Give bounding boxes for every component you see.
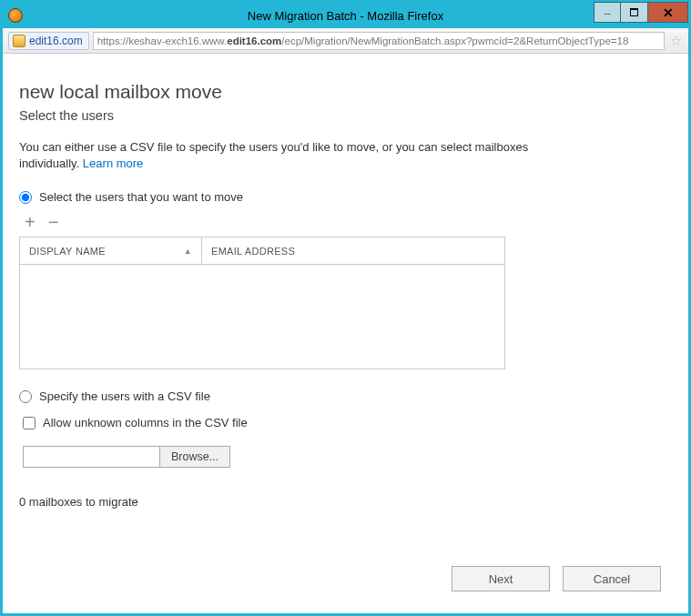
site-favicon-icon — [13, 35, 25, 47]
migration-count-status: 0 mailboxes to migrate — [19, 495, 672, 509]
address-bar: edit16.com https://keshav-exch16.www.edi… — [3, 28, 688, 54]
remove-icon[interactable]: − — [48, 213, 59, 231]
radio-csv[interactable] — [19, 390, 32, 403]
column-email-address[interactable]: EMAIL ADDRESS — [202, 237, 504, 264]
sort-asc-icon: ▲ — [184, 247, 192, 256]
cancel-button[interactable]: Cancel — [563, 566, 661, 591]
grid-header: DISPLAY NAME ▲ EMAIL ADDRESS — [20, 237, 504, 265]
browse-button[interactable]: Browse... — [159, 446, 230, 468]
site-identity-label: edit16.com — [29, 35, 83, 47]
column-display-name[interactable]: DISPLAY NAME ▲ — [20, 237, 202, 264]
site-identity-badge[interactable]: edit16.com — [8, 32, 89, 50]
bookmark-star-icon[interactable]: ☆ — [668, 33, 683, 49]
url-prefix: https://keshav-exch16.www. — [97, 35, 228, 46]
column-display-name-label: DISPLAY NAME — [29, 246, 106, 257]
maximize-button[interactable] — [621, 2, 648, 23]
column-email-label: EMAIL ADDRESS — [211, 246, 295, 257]
radio-csv-label: Specify the users with a CSV file — [39, 389, 210, 403]
minimize-button[interactable]: _ — [594, 2, 621, 23]
add-icon[interactable]: + — [25, 213, 36, 231]
url-path: /ecp/Migration/NewMigrationBatch.aspx?pw… — [281, 35, 628, 46]
allow-unknown-row[interactable]: Allow unknown columns in the CSV file — [23, 416, 672, 429]
radio-select-users-label: Select the users that you want to move — [39, 190, 243, 204]
window-buttons: _ ✕ — [594, 2, 688, 23]
wizard-footer: Next Cancel — [452, 566, 661, 591]
checkbox-allow-unknown[interactable] — [23, 417, 36, 429]
option-csv[interactable]: Specify the users with a CSV file — [19, 389, 672, 403]
file-picker-row: Browse... — [23, 446, 672, 468]
url-domain: edit16.com — [227, 35, 281, 46]
page-title: new local mailbox move — [19, 81, 672, 103]
firefox-icon — [8, 8, 23, 23]
page-subtitle: Select the users — [19, 108, 672, 123]
csv-section: Specify the users with a CSV file Allow … — [19, 389, 672, 468]
file-path-input[interactable] — [23, 446, 159, 468]
learn-more-link[interactable]: Learn more — [83, 157, 143, 170]
users-grid: DISPLAY NAME ▲ EMAIL ADDRESS — [19, 237, 505, 369]
user-toolbar: + − — [25, 213, 672, 231]
checkbox-allow-unknown-label: Allow unknown columns in the CSV file — [43, 416, 248, 429]
option-select-users[interactable]: Select the users that you want to move — [19, 190, 672, 204]
page-description: You can either use a CSV file to specify… — [19, 139, 529, 172]
close-button[interactable]: ✕ — [648, 2, 688, 23]
page-content: new local mailbox move Select the users … — [3, 54, 688, 520]
url-input[interactable]: https://keshav-exch16.www.edit16.com/ecp… — [93, 32, 665, 50]
firefox-window: New Migration Batch - Mozilla Firefox _ … — [0, 0, 691, 616]
window-title: New Migration Batch - Mozilla Firefox — [3, 9, 688, 23]
titlebar: New Migration Batch - Mozilla Firefox _ … — [3, 3, 688, 28]
next-button[interactable]: Next — [452, 566, 550, 591]
radio-select-users[interactable] — [19, 191, 32, 204]
